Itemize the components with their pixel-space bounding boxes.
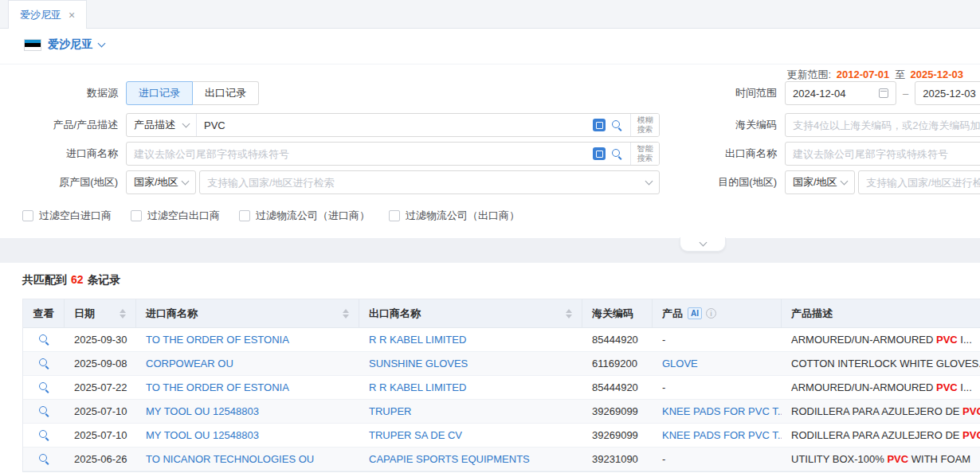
estonia-flag-icon [24,39,41,51]
view-record-magnifier-icon[interactable] [38,453,50,465]
hs-code-input[interactable] [793,119,980,131]
column-product: 产品 AI i [653,299,782,327]
view-record-magnifier-icon[interactable] [38,334,50,346]
export-records-button[interactable]: 出口记录 [193,81,259,105]
importer-label: 进口商名称 [0,147,126,161]
results-table: 查看 日期 进口商名称 出口商名称 海关编码 产品 AI i [22,299,980,472]
column-importer: 进口商名称 [136,299,359,327]
product-label: 产品/产品描述 [0,118,126,132]
checkbox-icon[interactable] [239,210,250,221]
table-body: 2025-09-30 TO THE ORDER OF ESTONIA R R K… [23,328,980,471]
origin-country-input[interactable] [207,177,646,189]
product-link[interactable]: KNEE PADS FOR PVC T... [662,405,782,417]
product-search-input[interactable] [197,114,586,136]
start-date-value: 2024-12-04 [793,88,874,100]
search-magnifier-icon[interactable] [611,119,623,131]
translate-icon[interactable] [593,119,606,131]
product-link[interactable]: GLOVE [662,358,698,369]
importer-link[interactable]: TO THE ORDER OF ESTONIA [146,334,289,346]
tab-estonia[interactable]: 爱沙尼亚 × [8,0,87,29]
search-magnifier-icon[interactable] [611,148,623,160]
row-data-source: 数据源 进口记录 出口记录 [0,81,259,105]
column-product-label: 产品 [662,307,683,321]
row-description: COTTON INTERLOCK WHITE GLOVES... [782,358,980,369]
ai-badge: AI [688,307,702,319]
sort-date-icon[interactable] [115,309,126,319]
checkbox-label: 过滤物流公司（出口商） [406,209,519,223]
product-search-group: 产品描述 模糊 搜索 [126,113,660,137]
exporter-link[interactable]: TRUPER SA DE CV [369,429,462,441]
importer-link[interactable]: MY TOOL OU 12548803 [146,429,259,441]
row-date: 2025-09-08 [65,358,136,369]
importer-search-input[interactable] [127,143,586,165]
tab-label: 爱沙尼亚 [20,8,61,22]
checkbox-icon[interactable] [131,210,142,221]
checkbox-icon[interactable] [22,210,33,221]
importer-link[interactable]: MY TOOL OU 12548803 [146,405,259,417]
checkbox-icon[interactable] [389,210,400,221]
row-hs-code: 61169200 [582,358,653,369]
importer-link[interactable]: CORPOWEAR OU [146,358,233,369]
row-importer: 进口商名称 智能 搜索 [0,142,660,166]
column-exporter-label: 出口商名称 [369,307,421,321]
product-type-select[interactable]: 产品描述 [127,114,197,136]
product-link[interactable]: KNEE PADS FOR PVC T... [662,429,782,441]
filter-panel: 爱沙尼亚 更新范围: 2012-07-01 至 2025-12-03 数据源 进… [0,29,980,238]
row-exporter: 出口商名称 [661,142,980,166]
checkbox-filter-blank-importer[interactable]: 过滤空白进口商 [22,209,112,223]
view-record-magnifier-icon[interactable] [38,381,50,393]
end-date-input[interactable]: 2025-12-03 [915,81,980,105]
importer-link[interactable]: TO THE ORDER OF ESTONIA [146,381,289,393]
exporter-link[interactable]: TRUPER [369,405,411,417]
checkbox-filter-blank-exporter[interactable]: 过滤空白出口商 [131,209,220,223]
checkbox-filter-logistics-exporter[interactable]: 过滤物流公司（出口商） [389,209,519,223]
row-origin: 原产国(地区) 国家/地区 [0,170,660,194]
checkbox-label: 过滤空白进口商 [39,209,112,223]
row-hs-code: 85444920 [582,334,653,346]
origin-label: 原产国(地区) [0,175,126,190]
destination-country-input[interactable] [866,177,980,189]
view-record-magnifier-icon[interactable] [38,405,50,417]
chevron-down-icon [645,177,653,185]
row-hs-code: 85444920 [582,381,653,393]
view-record-magnifier-icon[interactable] [38,358,50,369]
exporter-search-input[interactable] [793,148,980,160]
collapse-filters-button[interactable] [680,237,726,252]
tab-close-icon[interactable]: × [69,10,75,21]
checkbox-filter-logistics-importer[interactable]: 过滤物流公司（进口商） [239,209,370,223]
table-row: 2025-06-26 TO NICANOR TECHNOLOGIES OU CA… [23,448,980,471]
sort-exporter-icon[interactable] [561,309,572,319]
exporter-link[interactable]: CAPAPIE SPORTS EQUIPMENTS [369,453,530,465]
column-hs-code: 海关编码 [582,299,653,327]
row-description: ARMOURED/UN-ARMOURED PVC I... [782,334,980,346]
info-icon[interactable]: i [706,308,716,319]
importer-link[interactable]: TO NICANOR TECHNOLOGIES OU [146,453,314,465]
origin-type-select[interactable]: 国家/地区 [126,170,196,194]
row-date: 2025-07-22 [65,381,136,393]
exporter-link[interactable]: SUNSHINE GLOVES [369,358,468,369]
chevron-down-icon [182,119,190,127]
exporter-link[interactable]: R R KABEL LIMITED [369,381,466,393]
row-hs-code: 39231090 [582,453,653,465]
translate-icon[interactable] [593,147,606,160]
country-selector[interactable]: 爱沙尼亚 [24,37,104,52]
column-view: 查看 [23,299,65,327]
data-source-label: 数据源 [0,86,126,100]
start-date-input[interactable]: 2024-12-04 [785,81,896,105]
smart-search-mode-button[interactable]: 智能 搜索 [630,143,659,165]
row-description: ARMOURED/UN-ARMOURED PVC I... [782,381,980,393]
exporter-link[interactable]: R R KABEL LIMITED [369,334,466,346]
date-separator: – [903,88,908,100]
fuzzy-search-mode-button[interactable]: 模糊 搜索 [630,114,659,136]
view-record-magnifier-icon[interactable] [38,429,50,441]
table-row: 2025-07-10 MY TOOL OU 12548803 TRUPER SA… [23,424,980,448]
product-type-value: 产品描述 [134,118,175,132]
chevron-down-icon [699,239,707,247]
checkbox-label: 过滤物流公司（进口商） [256,209,370,223]
sort-importer-icon[interactable] [338,309,349,319]
column-importer-label: 进口商名称 [146,307,198,321]
update-range-end: 2025-12-03 [911,68,964,80]
destination-type-select[interactable]: 国家/地区 [785,170,855,194]
import-records-button[interactable]: 进口记录 [126,81,193,105]
product-link: - [662,334,665,346]
